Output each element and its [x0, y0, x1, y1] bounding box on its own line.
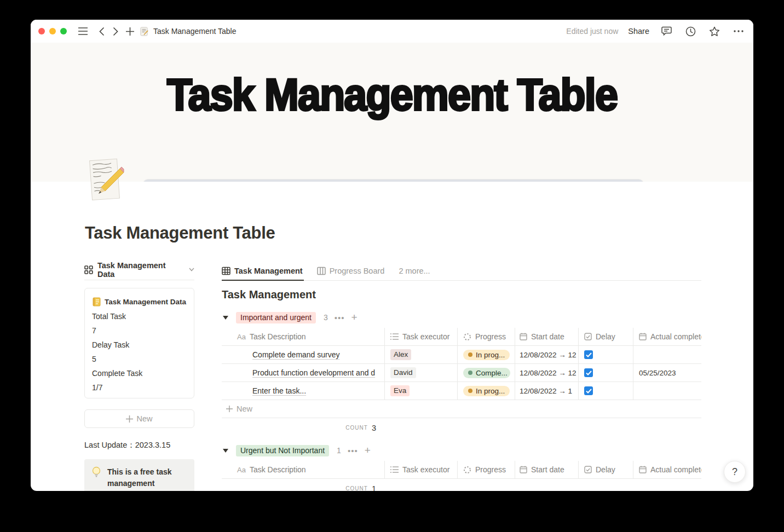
tab-progress-board[interactable]: Progress Board	[317, 262, 385, 280]
table-header-row: Aa Task Description Task executor Progre…	[222, 328, 701, 346]
comments-icon[interactable]	[659, 24, 673, 38]
progress-status-pill[interactable]: In prog...	[463, 386, 510, 396]
add-new-row-button[interactable]: New	[222, 400, 701, 418]
group-name-badge[interactable]: Important and urgent	[236, 312, 316, 323]
progress-status-pill[interactable]: Comple...	[463, 368, 510, 378]
tab-task-management[interactable]: Task Management	[222, 262, 303, 280]
group-collapse-toggle-icon[interactable]	[223, 449, 228, 453]
column-header-progress[interactable]: Progress	[458, 328, 515, 345]
new-tab-icon[interactable]	[123, 24, 137, 38]
info-callout[interactable]: This is a free task management system.	[84, 459, 194, 491]
group-header-important-urgent: Important and urgent 3 ••• +	[222, 310, 701, 325]
summary-card-title: Task Management Data	[105, 298, 186, 306]
titlebar: Task Management Table Edited just now Sh…	[31, 20, 753, 43]
calendar-icon	[639, 333, 647, 340]
status-spinner-icon	[463, 466, 471, 474]
delay-checkbox[interactable]	[584, 350, 593, 359]
stat-label-delay-task: Delay Task	[92, 338, 187, 352]
column-header-task-description[interactable]: Aa Task Description	[222, 461, 385, 478]
calendar-icon	[639, 466, 647, 473]
text-type-icon: Aa	[237, 333, 246, 341]
start-date-value[interactable]: 12/08/2022 → 12	[520, 351, 577, 359]
db-heading: Task Management	[222, 288, 701, 304]
group-calculation[interactable]: COUNT 1	[222, 479, 385, 491]
edited-status: Edited just now	[566, 27, 618, 36]
calendar-icon	[520, 466, 527, 473]
column-label: Actual complete	[650, 465, 701, 474]
page-pencil-icon[interactable]	[88, 158, 125, 203]
browser-tabstrip: AI Marketing Copy OS ✕ + ⌄	[143, 180, 643, 182]
share-button[interactable]: Share	[628, 27, 649, 36]
start-date-value[interactable]: 12/08/2022 → 12	[520, 369, 577, 377]
column-label: Task Description	[250, 332, 306, 341]
stat-label-total-task: Total Task	[92, 309, 187, 323]
column-label: Actual complete	[650, 332, 701, 341]
group-add-icon[interactable]: +	[365, 444, 371, 456]
page-title: Task Management Table	[85, 223, 275, 243]
calendar-icon	[520, 333, 527, 340]
column-label: Start date	[531, 332, 564, 341]
page-cover: Task Management Table AI Marketing Copy …	[31, 43, 753, 182]
group-calculation[interactable]: COUNT 3	[222, 418, 385, 437]
text-type-icon: Aa	[237, 466, 246, 474]
executor-tag[interactable]: Alex	[390, 349, 411, 360]
column-header-start-date[interactable]: Start date	[515, 328, 579, 345]
column-header-task-executor[interactable]: Task executor	[385, 328, 458, 345]
board-view-icon	[317, 267, 326, 275]
task-title-link[interactable]: Enter the task...	[252, 386, 306, 395]
column-header-delay[interactable]: Delay	[579, 328, 633, 345]
nav-forward-icon[interactable]	[108, 24, 123, 38]
help-button[interactable]: ?	[724, 461, 746, 483]
table-row[interactable]: Complete demand survey Alex In prog... 1…	[222, 346, 701, 364]
group-collapse-toggle-icon[interactable]	[223, 316, 228, 320]
stat-value-delay-task: 5	[92, 352, 187, 366]
progress-status-pill[interactable]: In prog...	[463, 350, 510, 360]
checkbox-property-icon	[584, 333, 592, 340]
status-spinner-icon	[463, 333, 471, 341]
table-row[interactable]: Product function development and d David…	[222, 364, 701, 382]
executor-tag[interactable]: Eva	[390, 385, 410, 396]
delay-checkbox[interactable]	[584, 386, 593, 395]
count-value: 3	[372, 424, 376, 432]
start-date-value[interactable]: 12/08/2022 → 1	[520, 387, 572, 395]
traffic-close-button[interactable]	[38, 28, 45, 34]
summary-card[interactable]: Task Management Data Total Task 7 Delay …	[84, 288, 194, 398]
column-header-task-executor[interactable]: Task executor	[385, 461, 458, 478]
traffic-zoom-button[interactable]	[60, 28, 67, 34]
group-header-urgent-not-important: Urgent but Not Important 1 ••• +	[222, 443, 701, 458]
group-name-badge[interactable]: Urgent but Not Important	[236, 445, 329, 456]
stat-value-total-task: 7	[92, 323, 187, 338]
column-header-progress[interactable]: Progress	[458, 461, 515, 478]
traffic-minimize-button[interactable]	[49, 28, 56, 34]
group-add-icon[interactable]: +	[351, 311, 358, 323]
group-more-icon[interactable]: •••	[348, 446, 358, 455]
column-header-actual-complete[interactable]: Actual complete	[633, 461, 701, 478]
more-options-icon[interactable]	[731, 24, 746, 38]
group-count: 1	[337, 446, 341, 455]
column-header-delay[interactable]: Delay	[579, 461, 633, 478]
task-title-link[interactable]: Complete demand survey	[252, 350, 340, 359]
nav-back-icon[interactable]	[94, 24, 108, 38]
table-row[interactable]: Enter the task... Eva In prog... 12/08/2…	[222, 382, 701, 400]
status-dot	[468, 352, 472, 357]
column-header-actual-complete[interactable]: Actual complete	[633, 328, 701, 345]
column-header-task-description[interactable]: Aa Task Description	[222, 328, 385, 345]
linked-view-selector[interactable]: Task Management Data	[84, 259, 194, 280]
stat-value-complete-task: 1/7	[92, 380, 187, 395]
task-title-link[interactable]: Product function development and d	[252, 368, 375, 377]
executor-tag[interactable]: David	[390, 367, 416, 378]
delay-checkbox[interactable]	[584, 368, 593, 377]
actual-complete-value[interactable]: 05/25/2023	[639, 369, 676, 377]
count-value: 1	[372, 484, 376, 491]
favorite-star-icon[interactable]	[707, 24, 722, 38]
tab-more-views[interactable]: 2 more...	[399, 262, 430, 280]
last-update-label: Last Update：	[84, 441, 135, 449]
sidebar-new-button[interactable]: New	[84, 409, 194, 428]
group-more-icon[interactable]: •••	[335, 313, 345, 322]
column-header-start-date[interactable]: Start date	[515, 461, 579, 478]
select-list-icon	[390, 333, 399, 340]
checkbox-property-icon	[584, 466, 592, 473]
group-count: 3	[324, 313, 328, 322]
history-clock-icon[interactable]	[683, 24, 697, 38]
sidebar-menu-icon[interactable]	[76, 24, 90, 38]
